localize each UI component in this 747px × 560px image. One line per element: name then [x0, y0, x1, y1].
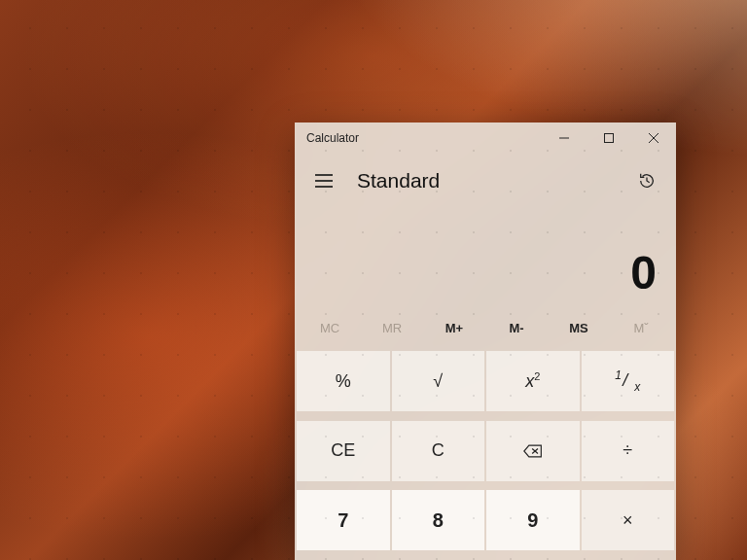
- memory-list-button[interactable]: Mˇ: [610, 315, 672, 341]
- ce-label: CE: [331, 440, 355, 461]
- digit-7-label: 7: [338, 509, 348, 532]
- memory-row: MC MR M+ M- MS Mˇ: [295, 309, 676, 351]
- close-button[interactable]: [631, 122, 676, 154]
- window-title: Calculator: [295, 131, 359, 145]
- clear-key[interactable]: C: [392, 421, 485, 481]
- digit-8-label: 8: [433, 509, 444, 532]
- sqrt-label: √: [433, 371, 443, 392]
- desktop-wallpaper: Calculator Standard: [0, 0, 747, 560]
- divide-label: ÷: [622, 440, 632, 461]
- square-key[interactable]: x2: [486, 351, 580, 411]
- percent-key[interactable]: %: [297, 351, 390, 411]
- digit-9-label: 9: [527, 509, 538, 532]
- square-exp: 2: [534, 370, 540, 382]
- backspace-icon: [523, 443, 543, 459]
- history-button[interactable]: [627, 161, 666, 200]
- calculator-window: Calculator Standard: [295, 122, 676, 560]
- memory-recall-button[interactable]: MR: [361, 315, 423, 341]
- divide-key[interactable]: ÷: [582, 421, 675, 481]
- minimize-icon: [559, 133, 569, 143]
- menu-button[interactable]: [304, 161, 343, 200]
- titlebar: Calculator: [295, 122, 676, 154]
- square-base: x: [525, 371, 534, 392]
- hamburger-icon: [315, 174, 333, 188]
- result-display: 0: [295, 204, 676, 309]
- mode-label: Standard: [357, 169, 440, 192]
- multiply-key[interactable]: ×: [582, 490, 675, 550]
- digit-7-key[interactable]: 7: [297, 490, 390, 550]
- maximize-icon: [604, 133, 614, 143]
- minimize-button[interactable]: [542, 122, 587, 154]
- reciprocal-label: 1 / x: [615, 370, 640, 392]
- backspace-key[interactable]: [486, 421, 580, 481]
- memory-store-button[interactable]: MS: [548, 315, 610, 341]
- digit-9-key[interactable]: 9: [486, 490, 580, 550]
- memory-add-button[interactable]: M+: [423, 315, 485, 341]
- header-row: Standard: [295, 154, 676, 204]
- memory-subtract-button[interactable]: M-: [485, 315, 548, 341]
- sqrt-key[interactable]: √: [392, 351, 485, 411]
- maximize-button[interactable]: [587, 122, 631, 154]
- result-value: 0: [630, 246, 657, 299]
- memory-clear-button[interactable]: MC: [299, 315, 361, 341]
- clear-entry-key[interactable]: CE: [297, 421, 390, 481]
- digit-8-key[interactable]: 8: [392, 490, 485, 550]
- percent-label: %: [336, 371, 351, 392]
- close-icon: [649, 133, 658, 143]
- svg-rect-1: [605, 134, 614, 143]
- history-icon: [638, 172, 656, 190]
- multiply-label: ×: [622, 510, 633, 531]
- c-label: C: [432, 440, 445, 461]
- reciprocal-key[interactable]: 1 / x: [582, 351, 675, 411]
- keypad: % √ x2 1 / x CE C ÷: [295, 351, 676, 560]
